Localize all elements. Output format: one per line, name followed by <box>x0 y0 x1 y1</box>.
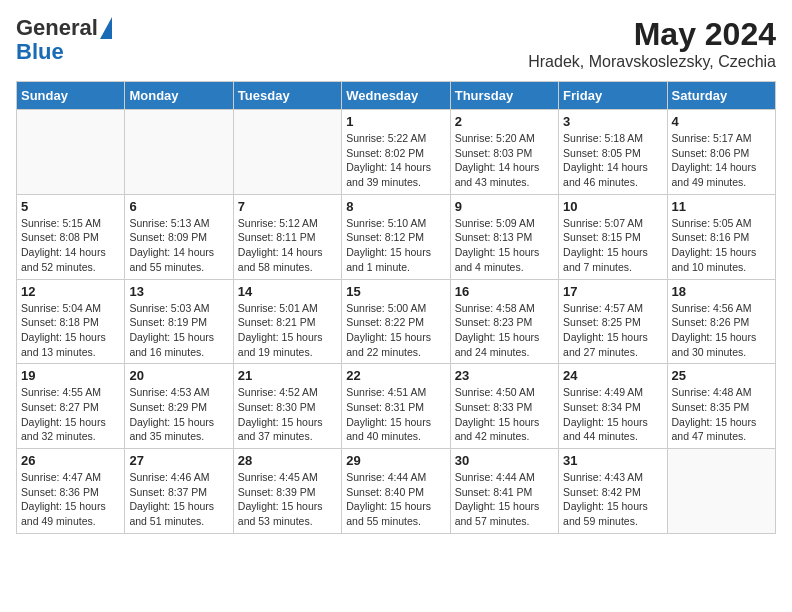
day-info: Sunrise: 5:04 AMSunset: 8:18 PMDaylight:… <box>21 301 120 360</box>
day-number: 11 <box>672 199 771 214</box>
day-info: Sunrise: 5:17 AMSunset: 8:06 PMDaylight:… <box>672 131 771 190</box>
calendar-cell: 8Sunrise: 5:10 AMSunset: 8:12 PMDaylight… <box>342 194 450 279</box>
day-number: 16 <box>455 284 554 299</box>
day-info: Sunrise: 4:49 AMSunset: 8:34 PMDaylight:… <box>563 385 662 444</box>
day-header-thursday: Thursday <box>450 82 558 110</box>
day-header-wednesday: Wednesday <box>342 82 450 110</box>
day-number: 19 <box>21 368 120 383</box>
calendar-cell: 26Sunrise: 4:47 AMSunset: 8:36 PMDayligh… <box>17 449 125 534</box>
calendar-cell <box>125 110 233 195</box>
calendar-cell: 9Sunrise: 5:09 AMSunset: 8:13 PMDaylight… <box>450 194 558 279</box>
calendar-cell: 18Sunrise: 4:56 AMSunset: 8:26 PMDayligh… <box>667 279 775 364</box>
calendar-cell: 28Sunrise: 4:45 AMSunset: 8:39 PMDayligh… <box>233 449 341 534</box>
day-number: 17 <box>563 284 662 299</box>
calendar-week-row: 5Sunrise: 5:15 AMSunset: 8:08 PMDaylight… <box>17 194 776 279</box>
day-number: 5 <box>21 199 120 214</box>
calendar-cell: 4Sunrise: 5:17 AMSunset: 8:06 PMDaylight… <box>667 110 775 195</box>
day-info: Sunrise: 5:00 AMSunset: 8:22 PMDaylight:… <box>346 301 445 360</box>
day-info: Sunrise: 5:15 AMSunset: 8:08 PMDaylight:… <box>21 216 120 275</box>
day-info: Sunrise: 4:56 AMSunset: 8:26 PMDaylight:… <box>672 301 771 360</box>
day-info: Sunrise: 5:09 AMSunset: 8:13 PMDaylight:… <box>455 216 554 275</box>
calendar-cell: 15Sunrise: 5:00 AMSunset: 8:22 PMDayligh… <box>342 279 450 364</box>
calendar-cell: 14Sunrise: 5:01 AMSunset: 8:21 PMDayligh… <box>233 279 341 364</box>
day-info: Sunrise: 4:58 AMSunset: 8:23 PMDaylight:… <box>455 301 554 360</box>
day-number: 26 <box>21 453 120 468</box>
logo: General Blue <box>16 16 112 64</box>
calendar-cell <box>233 110 341 195</box>
day-info: Sunrise: 5:10 AMSunset: 8:12 PMDaylight:… <box>346 216 445 275</box>
calendar-cell <box>667 449 775 534</box>
calendar-cell: 3Sunrise: 5:18 AMSunset: 8:05 PMDaylight… <box>559 110 667 195</box>
calendar-week-row: 26Sunrise: 4:47 AMSunset: 8:36 PMDayligh… <box>17 449 776 534</box>
calendar-cell: 10Sunrise: 5:07 AMSunset: 8:15 PMDayligh… <box>559 194 667 279</box>
day-header-saturday: Saturday <box>667 82 775 110</box>
day-info: Sunrise: 5:07 AMSunset: 8:15 PMDaylight:… <box>563 216 662 275</box>
day-header-tuesday: Tuesday <box>233 82 341 110</box>
day-number: 24 <box>563 368 662 383</box>
day-info: Sunrise: 4:55 AMSunset: 8:27 PMDaylight:… <box>21 385 120 444</box>
calendar-cell: 30Sunrise: 4:44 AMSunset: 8:41 PMDayligh… <box>450 449 558 534</box>
day-number: 31 <box>563 453 662 468</box>
day-header-friday: Friday <box>559 82 667 110</box>
calendar-cell: 13Sunrise: 5:03 AMSunset: 8:19 PMDayligh… <box>125 279 233 364</box>
day-info: Sunrise: 4:43 AMSunset: 8:42 PMDaylight:… <box>563 470 662 529</box>
calendar-cell: 27Sunrise: 4:46 AMSunset: 8:37 PMDayligh… <box>125 449 233 534</box>
day-info: Sunrise: 4:53 AMSunset: 8:29 PMDaylight:… <box>129 385 228 444</box>
day-number: 4 <box>672 114 771 129</box>
calendar-cell: 6Sunrise: 5:13 AMSunset: 8:09 PMDaylight… <box>125 194 233 279</box>
calendar-title: May 2024 <box>528 16 776 53</box>
day-number: 9 <box>455 199 554 214</box>
calendar-subtitle: Hradek, Moravskoslezsky, Czechia <box>528 53 776 71</box>
calendar-cell: 5Sunrise: 5:15 AMSunset: 8:08 PMDaylight… <box>17 194 125 279</box>
calendar-cell: 19Sunrise: 4:55 AMSunset: 8:27 PMDayligh… <box>17 364 125 449</box>
day-number: 22 <box>346 368 445 383</box>
day-info: Sunrise: 4:47 AMSunset: 8:36 PMDaylight:… <box>21 470 120 529</box>
calendar-cell: 11Sunrise: 5:05 AMSunset: 8:16 PMDayligh… <box>667 194 775 279</box>
day-info: Sunrise: 4:48 AMSunset: 8:35 PMDaylight:… <box>672 385 771 444</box>
day-info: Sunrise: 5:20 AMSunset: 8:03 PMDaylight:… <box>455 131 554 190</box>
calendar-cell: 21Sunrise: 4:52 AMSunset: 8:30 PMDayligh… <box>233 364 341 449</box>
calendar-cell <box>17 110 125 195</box>
calendar-cell: 12Sunrise: 5:04 AMSunset: 8:18 PMDayligh… <box>17 279 125 364</box>
calendar-cell: 1Sunrise: 5:22 AMSunset: 8:02 PMDaylight… <box>342 110 450 195</box>
calendar-header-row: SundayMondayTuesdayWednesdayThursdayFrid… <box>17 82 776 110</box>
calendar-cell: 20Sunrise: 4:53 AMSunset: 8:29 PMDayligh… <box>125 364 233 449</box>
day-number: 29 <box>346 453 445 468</box>
calendar-cell: 31Sunrise: 4:43 AMSunset: 8:42 PMDayligh… <box>559 449 667 534</box>
day-info: Sunrise: 4:44 AMSunset: 8:41 PMDaylight:… <box>455 470 554 529</box>
day-number: 30 <box>455 453 554 468</box>
calendar-cell: 7Sunrise: 5:12 AMSunset: 8:11 PMDaylight… <box>233 194 341 279</box>
calendar-cell: 29Sunrise: 4:44 AMSunset: 8:40 PMDayligh… <box>342 449 450 534</box>
calendar-table: SundayMondayTuesdayWednesdayThursdayFrid… <box>16 81 776 534</box>
day-info: Sunrise: 5:18 AMSunset: 8:05 PMDaylight:… <box>563 131 662 190</box>
day-info: Sunrise: 4:45 AMSunset: 8:39 PMDaylight:… <box>238 470 337 529</box>
calendar-week-row: 19Sunrise: 4:55 AMSunset: 8:27 PMDayligh… <box>17 364 776 449</box>
day-number: 10 <box>563 199 662 214</box>
day-info: Sunrise: 5:01 AMSunset: 8:21 PMDaylight:… <box>238 301 337 360</box>
calendar-cell: 23Sunrise: 4:50 AMSunset: 8:33 PMDayligh… <box>450 364 558 449</box>
day-info: Sunrise: 4:51 AMSunset: 8:31 PMDaylight:… <box>346 385 445 444</box>
day-number: 18 <box>672 284 771 299</box>
day-number: 23 <box>455 368 554 383</box>
day-number: 1 <box>346 114 445 129</box>
day-number: 15 <box>346 284 445 299</box>
page-header: General Blue May 2024 Hradek, Moravskosl… <box>16 16 776 71</box>
day-info: Sunrise: 4:52 AMSunset: 8:30 PMDaylight:… <box>238 385 337 444</box>
day-number: 6 <box>129 199 228 214</box>
day-number: 27 <box>129 453 228 468</box>
calendar-cell: 17Sunrise: 4:57 AMSunset: 8:25 PMDayligh… <box>559 279 667 364</box>
day-number: 25 <box>672 368 771 383</box>
day-info: Sunrise: 5:05 AMSunset: 8:16 PMDaylight:… <box>672 216 771 275</box>
day-info: Sunrise: 5:03 AMSunset: 8:19 PMDaylight:… <box>129 301 228 360</box>
day-number: 7 <box>238 199 337 214</box>
day-number: 14 <box>238 284 337 299</box>
day-header-sunday: Sunday <box>17 82 125 110</box>
title-block: May 2024 Hradek, Moravskoslezsky, Czechi… <box>528 16 776 71</box>
logo-triangle-icon <box>100 17 112 39</box>
day-number: 3 <box>563 114 662 129</box>
calendar-cell: 16Sunrise: 4:58 AMSunset: 8:23 PMDayligh… <box>450 279 558 364</box>
calendar-cell: 25Sunrise: 4:48 AMSunset: 8:35 PMDayligh… <box>667 364 775 449</box>
day-info: Sunrise: 4:44 AMSunset: 8:40 PMDaylight:… <box>346 470 445 529</box>
calendar-cell: 22Sunrise: 4:51 AMSunset: 8:31 PMDayligh… <box>342 364 450 449</box>
day-number: 13 <box>129 284 228 299</box>
